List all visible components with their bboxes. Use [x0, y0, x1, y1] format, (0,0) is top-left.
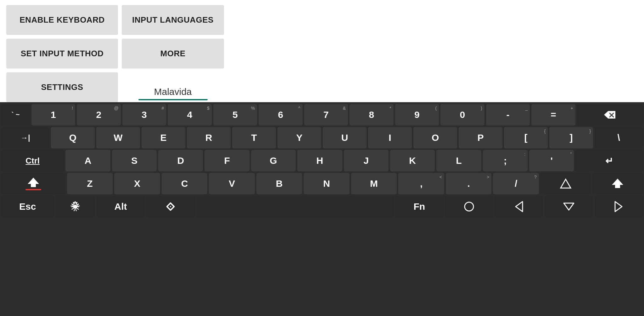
key-b[interactable]: B [256, 173, 302, 194]
key-u[interactable]: U [323, 127, 367, 148]
enable-keyboard-button[interactable]: ENABLE KEYBOARD [6, 5, 118, 35]
key-h[interactable]: H [297, 150, 342, 171]
key-sub: } [589, 129, 591, 134]
key-s[interactable]: S [112, 150, 157, 171]
key-circle[interactable] [445, 196, 493, 217]
key-minus[interactable]: _ - [486, 104, 530, 125]
more-button[interactable]: MORE [122, 39, 224, 69]
key-3[interactable]: # 3 [122, 104, 166, 125]
key-nav-right[interactable] [595, 196, 643, 217]
key-f[interactable]: F [204, 150, 249, 171]
set-input-method-button[interactable]: SET INPUT METHOD [6, 39, 118, 69]
key-c[interactable]: C [162, 173, 208, 194]
key-sub: { [544, 129, 546, 134]
key-shift-left[interactable] [1, 173, 65, 194]
key-sub: @ [114, 106, 118, 111]
key-sub: ? [534, 175, 537, 180]
key-sub: > [487, 175, 489, 180]
key-y[interactable]: Y [277, 127, 321, 148]
key-t[interactable]: T [232, 127, 276, 148]
key-fn[interactable]: Fn [395, 196, 443, 217]
key-period[interactable]: > . [446, 173, 492, 194]
key-1[interactable]: ! 1 [31, 104, 76, 125]
key-esc[interactable]: Esc [1, 196, 54, 217]
key-logo[interactable] [146, 196, 194, 217]
key-spacebar[interactable] [196, 196, 394, 217]
key-z[interactable]: Z [67, 173, 113, 194]
key-comma[interactable]: < , [398, 173, 444, 194]
settings-button[interactable]: SETTINGS [6, 72, 118, 102]
key-4[interactable]: $ 4 [168, 104, 212, 125]
key-x[interactable]: X [114, 173, 160, 194]
key-alt[interactable]: Alt [97, 196, 145, 217]
key-triangle[interactable] [540, 173, 591, 194]
svg-marker-13 [615, 202, 622, 212]
malavida-tab[interactable]: Malavida [122, 72, 224, 102]
svg-marker-11 [516, 202, 523, 212]
key-7[interactable]: & 7 [304, 104, 348, 125]
keyboard-row-1: ` ~ ! 1 @ 2 # 3 $ 4 % 5 ^ 6 & 7 [1, 104, 643, 125]
key-q[interactable]: Q [51, 127, 95, 148]
key-backslash[interactable]: \ [595, 127, 643, 148]
key-backspace[interactable] [577, 104, 643, 125]
key-i[interactable]: I [368, 127, 412, 148]
key-sub: $ [207, 106, 210, 111]
logo-diamond-icon [164, 200, 177, 213]
key-semicolon[interactable]: : ; [483, 150, 528, 171]
key-label: X [134, 178, 140, 189]
key-label: O [432, 132, 439, 143]
key-settings[interactable] [55, 196, 95, 217]
key-label: U [341, 132, 348, 143]
key-label: 6 [278, 109, 283, 120]
key-shift-right[interactable] [592, 173, 643, 194]
key-w[interactable]: W [96, 127, 140, 148]
keyboard-row-4: Z X C V B N M < , > . ? / [1, 173, 643, 194]
key-label: D [177, 155, 184, 166]
key-label: C [181, 178, 188, 189]
key-nav-down[interactable] [545, 196, 593, 217]
key-ctrl[interactable]: Ctrl [1, 150, 64, 171]
key-o[interactable]: O [413, 127, 457, 148]
key-9[interactable]: ( 9 [395, 104, 439, 125]
nav-down-icon [563, 202, 574, 211]
key-6[interactable]: ^ 6 [259, 104, 303, 125]
key-label: ' [551, 155, 553, 166]
key-8[interactable]: * 8 [350, 104, 394, 125]
key-n[interactable]: N [304, 173, 350, 194]
key-quote[interactable]: " ' [529, 150, 574, 171]
key-sub: # [161, 106, 164, 111]
key-enter[interactable]: ↵ [575, 150, 643, 171]
key-rbracket[interactable]: } ] [549, 127, 593, 148]
key-label: / [515, 178, 517, 189]
key-slash[interactable]: ? / [493, 173, 539, 194]
key-equals[interactable]: + = [531, 104, 575, 125]
key-d[interactable]: D [158, 150, 203, 171]
key-l[interactable]: L [436, 150, 481, 171]
shift-underline [25, 189, 41, 190]
key-tab[interactable]: →| [1, 127, 49, 148]
key-k[interactable]: K [390, 150, 435, 171]
svg-point-9 [170, 206, 171, 207]
key-backtick[interactable]: ` ~ [1, 104, 30, 125]
key-label: 2 [96, 109, 102, 120]
key-a[interactable]: A [65, 150, 110, 171]
key-v[interactable]: V [209, 173, 255, 194]
tab-label: Malavida [154, 86, 192, 97]
key-nav-left[interactable] [495, 196, 543, 217]
key-j[interactable]: J [344, 150, 389, 171]
key-0[interactable]: ) 0 [440, 104, 484, 125]
key-sub: ( [435, 106, 437, 111]
key-2[interactable]: @ 2 [77, 104, 121, 125]
key-g[interactable]: G [251, 150, 296, 171]
key-p[interactable]: P [459, 127, 502, 148]
input-languages-button[interactable]: INPUT LANGUAGES [122, 5, 224, 35]
key-r[interactable]: R [187, 127, 231, 148]
key-e[interactable]: E [142, 127, 185, 148]
svg-marker-3 [561, 179, 571, 188]
key-sub: _ [525, 106, 528, 111]
key-label: B [276, 178, 283, 189]
key-m[interactable]: M [351, 173, 397, 194]
circle-icon [463, 201, 475, 213]
key-lbracket[interactable]: { [ [504, 127, 548, 148]
key-5[interactable]: % 5 [213, 104, 257, 125]
